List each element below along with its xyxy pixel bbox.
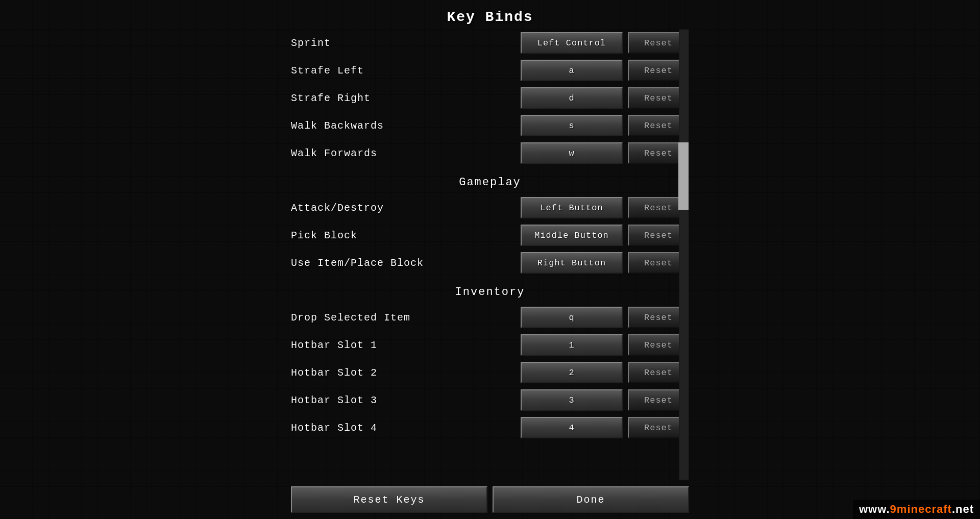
keybind-row-hotbar-slot-3: Hotbar Slot 33Reset — [291, 386, 689, 414]
keybind-controls-hotbar-slot-4: 4Reset — [521, 417, 689, 438]
keybind-label-strafe-right: Strafe Right — [291, 92, 521, 104]
keybind-controls-strafe-left: aReset — [521, 60, 689, 81]
keybind-label-strafe-left: Strafe Left — [291, 65, 521, 77]
keybind-label-hotbar-slot-2: Hotbar Slot 2 — [291, 367, 521, 379]
keybind-controls-hotbar-slot-1: 1Reset — [521, 334, 689, 356]
keybind-controls-hotbar-slot-2: 2Reset — [521, 362, 689, 383]
keybind-row-drop-selected-item: Drop Selected ItemqReset — [291, 304, 689, 331]
keybind-label-use-item-place-block: Use Item/Place Block — [291, 257, 521, 269]
keybind-row-pick-block: Pick BlockMiddle ButtonReset — [291, 221, 689, 249]
keybinds-list: SprintLeft ControlResetStrafe LeftaReset… — [291, 29, 689, 441]
keybind-label-pick-block: Pick Block — [291, 230, 521, 241]
keybind-label-walk-forwards: Walk Forwards — [291, 147, 521, 159]
keybind-row-hotbar-slot-2: Hotbar Slot 22Reset — [291, 359, 689, 386]
keybind-row-use-item-place-block: Use Item/Place BlockRight ButtonReset — [291, 249, 689, 277]
keybind-label-hotbar-slot-4: Hotbar Slot 4 — [291, 422, 521, 434]
keybind-label-attack-destroy: Attack/Destroy — [291, 202, 521, 214]
keybind-label-hotbar-slot-3: Hotbar Slot 3 — [291, 394, 521, 406]
bottom-bar: Reset Keys Done — [291, 480, 689, 519]
watermark: www.9minecraft.net — [853, 500, 980, 519]
key-button-sprint[interactable]: Left Control — [521, 32, 623, 54]
key-button-hotbar-slot-4[interactable]: 4 — [521, 417, 623, 438]
key-button-hotbar-slot-3[interactable]: 3 — [521, 389, 623, 411]
keybind-controls-pick-block: Middle ButtonReset — [521, 225, 689, 246]
reset-keys-button[interactable]: Reset Keys — [291, 486, 487, 513]
key-button-strafe-right[interactable]: d — [521, 87, 623, 109]
keybind-controls-hotbar-slot-3: 3Reset — [521, 389, 689, 411]
keybind-row-hotbar-slot-4: Hotbar Slot 44Reset — [291, 414, 689, 441]
keybind-controls-drop-selected-item: qReset — [521, 307, 689, 328]
key-button-walk-forwards[interactable]: w — [521, 142, 623, 164]
keybind-label-drop-selected-item: Drop Selected Item — [291, 312, 521, 324]
keybind-label-walk-backwards: Walk Backwards — [291, 120, 521, 132]
key-button-use-item-place-block[interactable]: Right Button — [521, 252, 623, 274]
keybind-label-hotbar-slot-1: Hotbar Slot 1 — [291, 339, 521, 351]
keybind-label-sprint: Sprint — [291, 37, 521, 49]
keybind-controls-strafe-right: dReset — [521, 87, 689, 109]
key-button-drop-selected-item[interactable]: q — [521, 307, 623, 328]
key-button-attack-destroy[interactable]: Left Button — [521, 197, 623, 218]
keybind-controls-sprint: Left ControlReset — [521, 32, 689, 54]
done-button[interactable]: Done — [493, 486, 689, 513]
keybind-row-strafe-left: Strafe LeftaReset — [291, 57, 689, 84]
keybind-controls-use-item-place-block: Right ButtonReset — [521, 252, 689, 274]
key-button-pick-block[interactable]: Middle Button — [521, 225, 623, 246]
key-button-strafe-left[interactable]: a — [521, 60, 623, 81]
keybind-controls-walk-backwards: sReset — [521, 115, 689, 136]
page-title: Key Binds — [447, 0, 533, 29]
scrollbar-track[interactable] — [679, 29, 689, 480]
section-header-inventory: Inventory — [291, 277, 689, 304]
keybind-controls-walk-forwards: wReset — [521, 142, 689, 164]
keybind-row-walk-backwards: Walk BackwardssReset — [291, 112, 689, 139]
page-wrapper: Key Binds SprintLeft ControlResetStrafe … — [0, 0, 980, 519]
keybind-row-sprint: SprintLeft ControlReset — [291, 29, 689, 57]
keybind-row-attack-destroy: Attack/DestroyLeft ButtonReset — [291, 194, 689, 221]
scrollbar-thumb[interactable] — [678, 142, 689, 210]
key-button-walk-backwards[interactable]: s — [521, 115, 623, 136]
section-header-gameplay: Gameplay — [291, 167, 689, 194]
keybind-row-hotbar-slot-1: Hotbar Slot 11Reset — [291, 331, 689, 359]
key-button-hotbar-slot-2[interactable]: 2 — [521, 362, 623, 383]
key-button-hotbar-slot-1[interactable]: 1 — [521, 334, 623, 356]
keybind-row-walk-forwards: Walk ForwardswReset — [291, 139, 689, 167]
keybind-controls-attack-destroy: Left ButtonReset — [521, 197, 689, 218]
scroll-container: SprintLeft ControlResetStrafe LeftaReset… — [291, 29, 689, 480]
keybind-row-strafe-right: Strafe RightdReset — [291, 84, 689, 112]
